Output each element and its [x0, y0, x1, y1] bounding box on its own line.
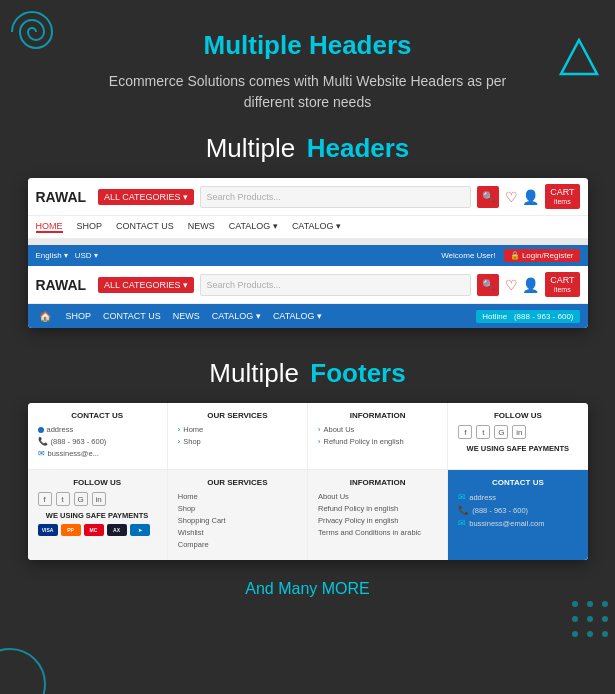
- mock1-nav-catalog2: CATALOG ▾: [292, 221, 341, 233]
- mock2-categories-btn: ALL CATEGORIES ▾: [98, 277, 194, 293]
- mock1-search: Search Products...: [200, 186, 472, 208]
- social-linkedin: in: [512, 425, 526, 439]
- footer-col2-home: › Home: [178, 425, 297, 434]
- footer-r2-refund: Refund Policy in english: [318, 504, 437, 513]
- and-many-more: And Many MORE: [20, 580, 595, 598]
- svg-point-9: [587, 631, 593, 637]
- mock1-cart: CART items: [545, 184, 579, 209]
- mock1-nav-catalog1: CATALOG ▾: [229, 221, 278, 233]
- footers-heading: Multiple Footers: [20, 358, 595, 389]
- footer-col1-contact: CONTACT US address 📞 (888 - 963 - 600) ✉…: [28, 403, 168, 469]
- footer-r2-cart: Shopping Cart: [178, 516, 297, 525]
- footer-col2-shop: › Shop: [178, 437, 297, 446]
- section-main-title: Multiple Headers: [20, 30, 595, 61]
- headers-colored-text: Headers: [307, 133, 410, 163]
- mock1-nav-news: NEWS: [188, 221, 215, 233]
- footer-r2-safe-label: WE USING SAFE PAYMENTS: [38, 511, 157, 520]
- mock2-nav-shop: SHOP: [66, 311, 92, 321]
- footer-col2-services: OUR SERVICES › Home › Shop: [168, 403, 308, 469]
- footer-r2-social-icons: f t G in: [38, 492, 157, 506]
- header-mock-1-top: RAWAL ALL CATEGORIES ▾ Search Products..…: [28, 178, 588, 216]
- payment-amex: AX: [107, 524, 127, 536]
- svg-point-1: [0, 649, 45, 694]
- footer-r2-col4-contact: CONTACT US ✉ address 📞 (888 - 963 - 600)…: [448, 470, 587, 560]
- footer-social-icons: f t G in: [458, 425, 577, 439]
- footer-r2-info-title: INFORMATION: [318, 478, 437, 487]
- payment-paypal: PP: [61, 524, 81, 536]
- header-mock-2-nav: 🏠 SHOP CONTACT US NEWS CATALOG ▾ CATALOG…: [28, 304, 588, 328]
- header-mockups-container: RAWAL ALL CATEGORIES ▾ Search Products..…: [28, 178, 588, 328]
- footer-r2-address: ✉ address: [458, 492, 577, 502]
- footers-colored-text: Footers: [310, 358, 405, 388]
- footer-col3-title: INFORMATION: [318, 411, 437, 420]
- footer-r2-email: ✉ bussiness@email.com: [458, 518, 577, 528]
- r2-social-linkedin: in: [92, 492, 106, 506]
- footer-payment-icons: VISA PP MC AX ➤: [38, 524, 157, 536]
- mock1-logo: RAWAL: [36, 189, 87, 205]
- footer-col2-title: OUR SERVICES: [178, 411, 297, 420]
- footer-col1-email: ✉ bussiness@e...: [38, 449, 157, 458]
- svg-point-10: [602, 631, 608, 637]
- footer-r2-terms: Terms and Conditions in arabic: [318, 528, 437, 537]
- footer-r2-shop: Shop: [178, 504, 297, 513]
- footer-col1-phone: 📞 (888 - 963 - 600): [38, 437, 157, 446]
- mock1-nav-shop: SHOP: [77, 221, 103, 233]
- social-twitter: t: [476, 425, 490, 439]
- r2-social-google: G: [74, 492, 88, 506]
- footer-col1-address: address: [38, 425, 157, 434]
- header-mock-1-nav: HOME SHOP CONTACT US NEWS CATALOG ▾ CATA…: [28, 216, 588, 239]
- mock2-logo: RAWAL: [36, 277, 87, 293]
- mock2-home-icon: 🏠: [36, 307, 54, 325]
- mock1-categories-btn: ALL CATEGORIES ▾: [98, 189, 194, 205]
- bottom-decoration: [0, 614, 90, 694]
- r2-social-facebook: f: [38, 492, 52, 506]
- mock2-hotline: Hotline (888 - 963 - 600): [476, 310, 579, 323]
- header-mock-2-main: RAWAL ALL CATEGORIES ▾ Search Products..…: [28, 266, 588, 304]
- social-google: G: [494, 425, 508, 439]
- mock2-icons: ♡ 👤: [505, 277, 539, 293]
- mock2-search-btn: 🔍: [477, 274, 499, 296]
- mock2-nav-contact: CONTACT US: [103, 311, 161, 321]
- footer-r2-phone: 📞 (888 - 963 - 600): [458, 505, 577, 515]
- footer-col4-follow: FOLLOW US f t G in WE USING SAFE PAYMENT…: [448, 403, 587, 469]
- mock2-nav-news: NEWS: [173, 311, 200, 321]
- svg-point-8: [572, 631, 578, 637]
- mock2-nav-catalog1: CATALOG ▾: [212, 311, 261, 321]
- payment-mc: MC: [84, 524, 104, 536]
- footer-mockup-container: CONTACT US address 📞 (888 - 963 - 600) ✉…: [28, 403, 588, 560]
- footer-col1-title: CONTACT US: [38, 411, 157, 420]
- mock2-search: Search Products...: [200, 274, 472, 296]
- footer-r2-follow-title: FOLLOW US: [38, 478, 157, 487]
- header-mock-2-topbar: English ▾ USD ▾ Welcome User! 🔒 Login/Re…: [28, 245, 588, 266]
- payment-other: ➤: [130, 524, 150, 536]
- mock1-nav-home: HOME: [36, 221, 63, 233]
- footer-col3-refund: › Refund Policy in english: [318, 437, 437, 446]
- footer-row-1: CONTACT US address 📞 (888 - 963 - 600) ✉…: [28, 403, 588, 470]
- footer-r2-home: Home: [178, 492, 297, 501]
- footer-r2-contact-title: CONTACT US: [458, 478, 577, 487]
- footer-r2-privacy: Privacy Policy in english: [318, 516, 437, 525]
- mock2-cart: CART items: [545, 272, 579, 297]
- footer-r2-col3-info: INFORMATION About Us Refund Policy in en…: [308, 470, 448, 560]
- payment-visa: VISA: [38, 524, 58, 536]
- footer-r2-about: About Us: [318, 492, 437, 501]
- footer-col3-about: › About Us: [318, 425, 437, 434]
- footer-r2-wishlist: Wishlist: [178, 528, 297, 537]
- footer-r2-col1-follow: FOLLOW US f t G in WE USING SAFE PAYMENT…: [28, 470, 168, 560]
- headers-plain-text: Multiple: [206, 133, 296, 163]
- footer-row-2: FOLLOW US f t G in WE USING SAFE PAYMENT…: [28, 470, 588, 560]
- mock1-search-btn: 🔍: [477, 186, 499, 208]
- mock1-icons: ♡ 👤: [505, 189, 539, 205]
- footer-safe-payments-label: WE USING SAFE PAYMENTS: [458, 444, 577, 453]
- address-icon: [38, 427, 44, 433]
- footer-col3-info: INFORMATION › About Us › Refund Policy i…: [308, 403, 448, 469]
- footers-plain-text: Multiple: [209, 358, 299, 388]
- mock2-login-btn: 🔒 Login/Register: [504, 249, 580, 262]
- social-facebook: f: [458, 425, 472, 439]
- footer-r2-col2-services: OUR SERVICES Home Shop Shopping Cart Wis…: [168, 470, 308, 560]
- r2-social-twitter: t: [56, 492, 70, 506]
- footer-col4-title: FOLLOW US: [458, 411, 577, 420]
- mock1-nav-contact: CONTACT US: [116, 221, 174, 233]
- mock2-nav-catalog2: CATALOG ▾: [273, 311, 322, 321]
- headers-subheading: Multiple Headers: [20, 133, 595, 164]
